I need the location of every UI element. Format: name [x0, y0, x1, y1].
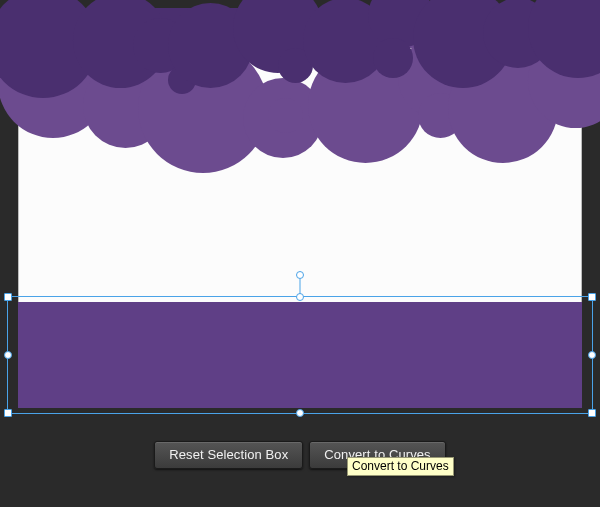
handle-bottom-left[interactable] — [4, 409, 12, 417]
handle-bottom-right[interactable] — [588, 409, 596, 417]
reset-selection-box-button[interactable]: Reset Selection Box — [154, 441, 303, 469]
context-toolbar: Reset Selection Box Convert to Curves — [0, 441, 600, 469]
ground-shape[interactable] — [18, 302, 582, 408]
handle-top-left[interactable] — [4, 293, 12, 301]
handle-bottom-mid[interactable] — [296, 409, 304, 417]
handle-top-right[interactable] — [588, 293, 596, 301]
canvas[interactable] — [18, 8, 582, 408]
handle-right-mid[interactable] — [588, 351, 596, 359]
handle-left-mid[interactable] — [4, 351, 12, 359]
tooltip: Convert to Curves — [347, 457, 454, 476]
